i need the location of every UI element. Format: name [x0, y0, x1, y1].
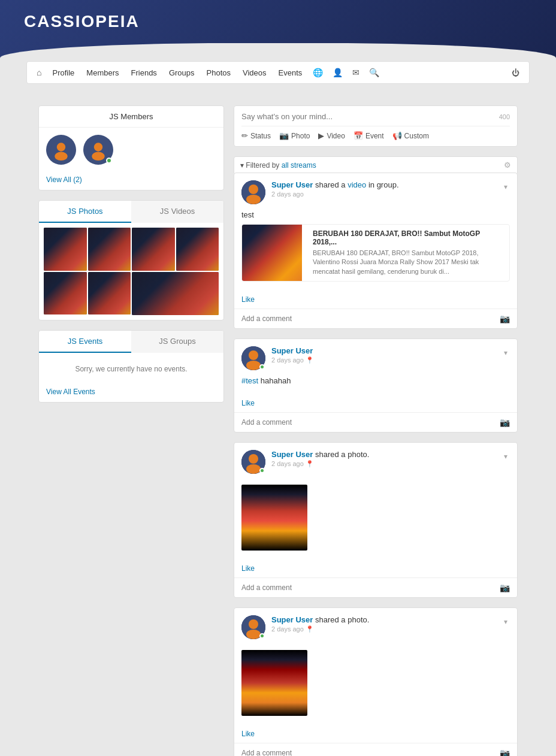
- post-author-2[interactable]: Super User: [271, 346, 313, 355]
- camera-icon-3[interactable]: 📷: [500, 583, 510, 592]
- post-card-2: Super User 2 days ago 📍 ▾ #test hahahah: [234, 338, 518, 433]
- photos-videos-tabs: JS Photos JS Videos: [39, 201, 223, 223]
- video-title-1: BERUBAH 180 DERAJAT, BRO!! Sambut MotoGP…: [313, 229, 504, 246]
- hashtag-2[interactable]: #test: [241, 376, 258, 385]
- member-avatar-1[interactable]: [46, 135, 76, 165]
- event-label: Event: [365, 132, 384, 140]
- post-content-3: [234, 477, 517, 561]
- camera-icon-4[interactable]: 📷: [500, 748, 510, 756]
- user-icon[interactable]: 👤: [328, 62, 348, 83]
- post-image-3[interactable]: [241, 485, 307, 551]
- post-online-dot-4: [259, 633, 265, 639]
- mail-icon[interactable]: ✉: [348, 62, 364, 83]
- photos-videos-card: JS Photos JS Videos: [38, 200, 224, 320]
- svg-point-13: [249, 454, 258, 464]
- comment-input-2[interactable]: [241, 418, 500, 427]
- like-button-1[interactable]: Like: [241, 295, 255, 304]
- post-author-3[interactable]: Super User: [271, 450, 313, 459]
- composer-custom-btn[interactable]: 📢 Custom: [392, 131, 429, 140]
- filter-gear-icon[interactable]: ⚙: [504, 161, 511, 170]
- post-avatar-1[interactable]: [241, 180, 265, 204]
- search-icon[interactable]: 🔍: [364, 62, 384, 83]
- location-icon-2: 📍: [306, 356, 314, 364]
- camera-icon-2[interactable]: 📷: [500, 418, 510, 427]
- post-avatar-4[interactable]: [241, 615, 265, 639]
- post-author-4[interactable]: Super User: [271, 615, 313, 624]
- video-embed-1[interactable]: BERUBAH 180 DERAJAT, BRO!! Sambut MotoGP…: [241, 224, 510, 282]
- nav-item-groups[interactable]: Groups: [163, 62, 201, 83]
- sidebar: JS Members: [38, 105, 224, 756]
- like-button-4[interactable]: Like: [241, 730, 255, 738]
- svg-point-1: [57, 143, 65, 151]
- location-icon-3: 📍: [306, 460, 314, 467]
- composer-event-btn[interactable]: 📅 Event: [353, 131, 384, 140]
- post-chevron-2[interactable]: ▾: [501, 346, 510, 359]
- post-action-link-1[interactable]: video: [348, 180, 366, 189]
- status-icon: ✏: [241, 131, 248, 140]
- location-icon-4: 📍: [306, 625, 314, 633]
- filter-prefix: Filtered by: [246, 161, 281, 170]
- tab-js-groups[interactable]: JS Groups: [131, 331, 223, 353]
- photo-thumb-4[interactable]: [176, 228, 219, 271]
- composer-video-btn[interactable]: ▶ Video: [318, 131, 345, 140]
- post-meta-4: Super User shared a photo. 2 days ago 📍: [271, 615, 501, 633]
- tab-js-videos[interactable]: JS Videos: [131, 201, 223, 223]
- power-icon[interactable]: ⏻: [507, 62, 524, 83]
- photo-thumb-7[interactable]: [132, 272, 219, 316]
- post-time-2: 2 days ago: [271, 356, 304, 364]
- composer-input[interactable]: [241, 112, 499, 121]
- post-chevron-1[interactable]: ▾: [501, 180, 510, 193]
- post-action-4: shared a photo.: [315, 615, 369, 624]
- comment-input-1[interactable]: [241, 315, 500, 323]
- post-image-4[interactable]: [241, 650, 307, 716]
- svg-point-11: [246, 361, 261, 370]
- comment-input-3[interactable]: [241, 583, 500, 592]
- svg-point-8: [246, 195, 261, 204]
- post-header-4: Super User shared a photo. 2 days ago 📍 …: [234, 608, 517, 643]
- post-author-1[interactable]: Super User: [271, 180, 313, 189]
- post-chevron-3[interactable]: ▾: [501, 450, 510, 463]
- nav-item-members[interactable]: Members: [80, 62, 125, 83]
- globe-icon[interactable]: 🌐: [308, 62, 328, 83]
- tab-js-photos[interactable]: JS Photos: [39, 201, 131, 223]
- post-content-2: #test hahahah: [234, 374, 517, 396]
- view-all-events-link[interactable]: View All Events: [39, 385, 223, 402]
- composer-box: 400 ✏ Status 📷 Photo ▶ Video: [234, 105, 518, 147]
- photo-icon: 📷: [279, 131, 289, 140]
- custom-icon: 📢: [392, 131, 402, 140]
- nav-item-photos[interactable]: Photos: [201, 62, 237, 83]
- photo-thumb-6[interactable]: [88, 272, 131, 315]
- photo-thumb-3[interactable]: [132, 228, 175, 271]
- post-text-2: #test hahahah: [241, 376, 510, 385]
- post-card-3: Super User shared a photo. 2 days ago 📍 …: [234, 442, 518, 598]
- svg-point-16: [249, 619, 258, 629]
- member-avatar-2[interactable]: [83, 135, 113, 165]
- nav-item-events[interactable]: Events: [273, 62, 309, 83]
- home-icon[interactable]: ⌂: [32, 62, 46, 83]
- post-avatar-2[interactable]: [241, 346, 265, 370]
- view-all-members-link[interactable]: View All (2): [39, 172, 223, 190]
- filter-stream-link[interactable]: all streams: [282, 161, 316, 170]
- photo-thumb-5[interactable]: [44, 272, 87, 315]
- tab-js-events[interactable]: JS Events: [39, 331, 131, 353]
- camera-icon-1[interactable]: 📷: [500, 314, 510, 323]
- nav-item-friends[interactable]: Friends: [125, 62, 163, 83]
- nav-item-profile[interactable]: Profile: [46, 62, 80, 83]
- post-header-3: Super User shared a photo. 2 days ago 📍 …: [234, 443, 517, 477]
- composer-status-btn[interactable]: ✏ Status: [241, 131, 271, 140]
- filter-chevron[interactable]: ▾: [240, 161, 244, 170]
- svg-point-4: [94, 143, 102, 151]
- like-button-2[interactable]: Like: [241, 399, 255, 407]
- post-like-1: Like: [234, 292, 517, 309]
- photo-thumb-2[interactable]: [88, 228, 131, 271]
- post-chevron-4[interactable]: ▾: [501, 615, 510, 628]
- post-header-1: Super User shared a video in group. 2 da…: [234, 173, 517, 208]
- post-avatar-3[interactable]: [241, 450, 265, 474]
- comment-input-4[interactable]: [241, 749, 500, 756]
- nav-item-videos[interactable]: Videos: [237, 62, 273, 83]
- post-online-dot-2: [259, 364, 265, 370]
- video-desc-1: BERUBAH 180 DERAJAT, BRO!! Sambut MotoGP…: [313, 249, 504, 276]
- photo-thumb-1[interactable]: [44, 228, 87, 271]
- like-button-3[interactable]: Like: [241, 564, 255, 573]
- composer-photo-btn[interactable]: 📷 Photo: [279, 131, 310, 140]
